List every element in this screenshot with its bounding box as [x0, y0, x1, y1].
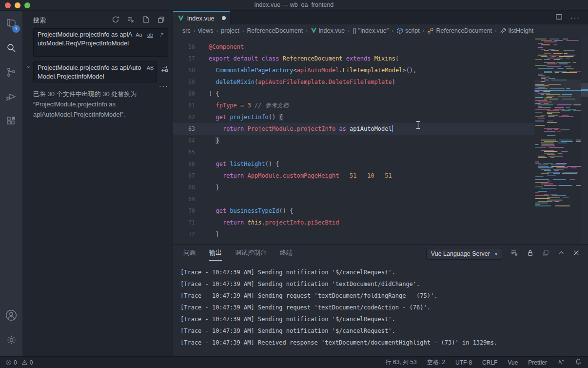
status-bar: 0 0 行 63, 列 53空格: 2UTF-8CRLFVuePrettier [0, 356, 588, 368]
toggle-replace-button[interactable]: ⌄ [26, 62, 31, 69]
preserve-case-icon[interactable]: AB [145, 63, 155, 73]
code-line[interactable]: 66 get listHeight() { [173, 158, 534, 170]
code-line[interactable]: 58 CommonTablePageFactory<apiAutoModel.F… [173, 64, 534, 76]
tab-label: index.vue [187, 15, 215, 22]
breadcrumb-item[interactable]: script [396, 27, 420, 34]
window-title: index.vue — wb_oa_frontend [0, 0, 588, 10]
code-line[interactable]: 67 return AppModule.customPageHeight - 5… [173, 170, 534, 182]
search-input[interactable]: ProjectModule.projectInfo as apiAutoMode… [33, 28, 168, 57]
code-line[interactable]: 69 [173, 193, 534, 205]
breadcrumb-label: {} "index.vue" [353, 27, 389, 34]
open-output-in-editor-button[interactable] [542, 249, 549, 259]
error-count: 0 [14, 359, 17, 366]
minimap[interactable] [534, 37, 581, 244]
replace-all-button[interactable] [160, 64, 169, 75]
output-log[interactable]: [Trace - 10:47:39 AM] Sending notificati… [173, 263, 588, 348]
status-language-mode[interactable]: Vue [508, 359, 518, 366]
status-encoding[interactable]: UTF-8 [455, 359, 472, 366]
collapse-icon[interactable] [157, 16, 165, 25]
status-eol[interactable]: CRLF [482, 359, 497, 366]
line-content: CommonTablePageFactory<apiAutoModel.File… [195, 64, 416, 76]
close-window-button[interactable] [5, 2, 11, 8]
breadcrumb-separator: › [194, 28, 196, 34]
line-content: fpType = 3 // 参考文档 [195, 100, 289, 111]
breadcrumb-item[interactable]: listHeight [500, 27, 533, 34]
code-line[interactable]: 62 get projectInfo() { [173, 111, 534, 123]
notifications-bell-icon[interactable] [575, 358, 582, 367]
code-line[interactable]: 71 return this.projectInfo.piSecBtid [173, 217, 534, 228]
code-line[interactable]: 59 deleteMixin(apiAutoFileTemplate.Delet… [173, 76, 534, 88]
activity-bar-item-search[interactable] [0, 36, 22, 60]
clear-output-button[interactable] [510, 249, 518, 259]
lock-scroll-button[interactable] [527, 249, 534, 259]
feedback-icon[interactable] [557, 359, 565, 367]
breadcrumb-item[interactable]: ReferenceDocument [247, 27, 303, 34]
line-content: } [195, 135, 219, 146]
line-number: 70 [173, 205, 195, 217]
traffic-lights [5, 2, 30, 8]
code-line[interactable]: 60) { [173, 88, 534, 100]
status-cursor-position[interactable]: 行 63, 列 53 [386, 358, 417, 367]
breadcrumb-item[interactable]: project [221, 27, 239, 34]
match-case-icon[interactable]: Aa [134, 30, 144, 40]
fullscreen-window-button[interactable] [24, 2, 30, 8]
breadcrumb-item[interactable]: index.vue [311, 27, 345, 34]
current-line-marker [581, 89, 588, 91]
code-line[interactable]: 57export default class ReferenceDocument… [173, 53, 534, 64]
maximize-panel-button[interactable] [558, 249, 565, 258]
code-editor[interactable]: 56@Component57export default class Refer… [173, 37, 588, 244]
code-line[interactable]: 68 } [173, 182, 534, 193]
code-line[interactable]: 64 } [173, 135, 534, 146]
clear-search-icon[interactable] [127, 16, 135, 25]
whole-word-icon[interactable]: ab [145, 30, 155, 40]
code-line[interactable]: 61 fpType = 3 // 参考文档 [173, 100, 534, 111]
split-editor-button[interactable] [555, 13, 563, 22]
code-line[interactable]: 65 [173, 146, 534, 158]
breadcrumb-separator: › [348, 28, 350, 34]
breadcrumb-item[interactable]: src [182, 27, 191, 34]
breadcrumb-label: views [198, 27, 213, 34]
status-formatter[interactable]: Prettier [528, 359, 547, 366]
editor-scrollbar[interactable] [581, 37, 588, 244]
code-line[interactable]: 56@Component [173, 41, 534, 53]
editor-group: index.vue ··· src›views›project›Referenc… [173, 11, 588, 356]
vscode-window: index.vue — wb_oa_frontend 1 搜索 ⌄ Projec… [0, 0, 588, 368]
replace-input[interactable]: ProjectModule.projectInfo as apiAutoMode… [33, 61, 157, 82]
activity-bar-item-extensions[interactable] [0, 109, 22, 133]
activity-bar-item-explorer[interactable]: 1 [0, 12, 22, 35]
line-content: return this.projectInfo.piSecBtid [195, 217, 339, 228]
code-line[interactable]: 70 get businessTypeId() { [173, 205, 534, 217]
panel-tab-问题[interactable]: 问题 [183, 247, 196, 261]
warnings-icon[interactable]: 0 [21, 359, 33, 366]
status-indentation[interactable]: 空格: 2 [427, 358, 445, 367]
panel-tab-终端[interactable]: 终端 [280, 247, 293, 261]
editor-more-actions-button[interactable]: ··· [570, 14, 580, 21]
regex-icon[interactable]: .* [157, 30, 166, 40]
panel-tab-输出[interactable]: 输出 [209, 247, 222, 261]
panel-tab-调试控制台[interactable]: 调试控制台 [235, 247, 267, 261]
output-channel-select[interactable]: Vue Language Server ▾ [426, 248, 502, 260]
close-panel-button[interactable] [573, 249, 580, 258]
breadcrumb-item[interactable]: views [198, 27, 213, 34]
activity-bar-item-source-control[interactable] [0, 61, 22, 84]
tab-index-vue[interactable]: index.vue [173, 11, 231, 24]
new-search-editor-icon[interactable] [142, 16, 150, 25]
output-line: [Trace - 10:47:39 AM] Sending notificati… [180, 278, 588, 290]
minimize-window-button[interactable] [15, 2, 20, 8]
breadcrumb-item[interactable]: {} "index.vue" [353, 27, 389, 34]
activity-bar-item-account[interactable] [0, 304, 22, 327]
mouse-cursor [416, 121, 420, 129]
output-line: [Trace - 10:47:39 AM] Received response … [180, 337, 588, 348]
breadcrumb-item[interactable]: ReferenceDocument [427, 27, 492, 34]
code-line-current[interactable]: 63 return ProjectModule.projectInfo as a… [173, 123, 534, 135]
vue-icon [311, 28, 317, 34]
line-content: export default class ReferenceDocument e… [195, 53, 399, 64]
modified-dot-icon[interactable] [222, 16, 226, 20]
code-line[interactable]: 72 } [173, 228, 534, 240]
errors-icon[interactable]: 0 [5, 359, 17, 366]
line-number: 57 [173, 53, 195, 64]
refresh-icon[interactable] [112, 16, 119, 25]
activity-bar-item-settings[interactable] [0, 328, 22, 351]
activity-bar-item-run-debug[interactable] [0, 85, 22, 108]
line-number: 58 [173, 64, 195, 76]
